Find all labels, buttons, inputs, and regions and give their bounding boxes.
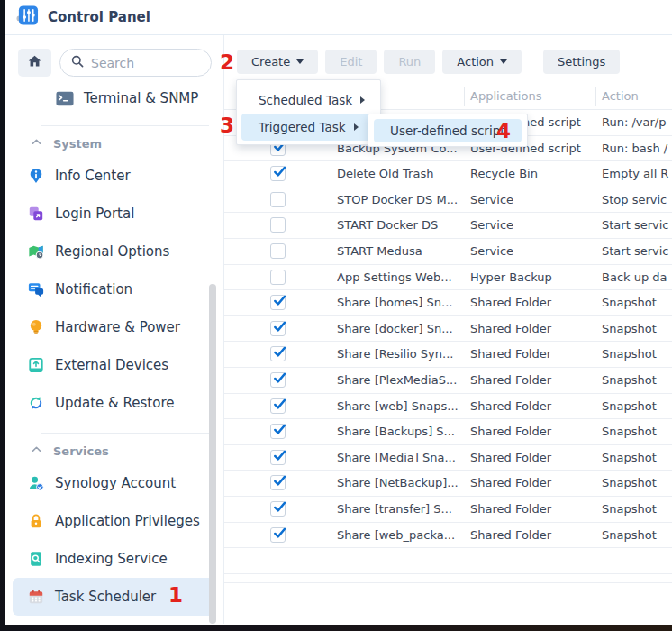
step-annotation-2: 2 bbox=[220, 52, 234, 73]
action-button[interactable]: Action bbox=[442, 50, 522, 74]
sidebar-item-hardware-power[interactable]: Hardware & Power bbox=[5, 308, 223, 346]
task-name-cell: Share [PlexMediaS... bbox=[337, 373, 465, 387]
sidebar-item-update-restore[interactable]: Update & Restore bbox=[5, 384, 223, 422]
sidebar-scrollbar[interactable] bbox=[209, 284, 216, 624]
row-checkbox[interactable] bbox=[270, 398, 286, 414]
login-portal-icon bbox=[27, 206, 45, 222]
row-checkbox[interactable] bbox=[270, 270, 286, 285]
table-row[interactable]: Share [Resilio Syn... Shared Folder Snap… bbox=[224, 342, 672, 368]
sidebar-item-label: Task Scheduler bbox=[55, 589, 156, 605]
table-row[interactable]: Share [PlexMediaS... Shared Folder Snaps… bbox=[224, 368, 672, 394]
row-checkbox[interactable] bbox=[270, 295, 286, 310]
row-checkbox[interactable] bbox=[270, 346, 286, 361]
application-cell: Service bbox=[470, 244, 595, 258]
table-row[interactable]: STOP Docker DS M... Service Stop servic bbox=[224, 187, 672, 214]
sidebar-item-terminal-snmp[interactable]: Terminal & SNMP bbox=[5, 82, 223, 114]
titlebar: Control Panel bbox=[5, 0, 672, 35]
action-cell: Snapshot bbox=[602, 476, 672, 489]
row-checkbox[interactable] bbox=[270, 475, 286, 490]
settings-button[interactable]: Settings bbox=[543, 50, 620, 74]
sidebar-item-label: Login Portal bbox=[55, 206, 134, 222]
sidebar-item-label: Indexing Service bbox=[55, 551, 168, 567]
table-row[interactable]: Share [Backups] S... Shared Folder Snaps… bbox=[224, 419, 672, 445]
step-annotation-3: 3 bbox=[220, 115, 234, 136]
row-checkbox[interactable] bbox=[270, 321, 286, 336]
sidebar-item-synology-account[interactable]: Synology Account bbox=[5, 464, 223, 502]
home-button[interactable] bbox=[18, 49, 51, 77]
action-cell: Empty all R bbox=[602, 167, 672, 180]
window-title: Control Panel bbox=[48, 9, 150, 25]
sidebar-item-regional-options[interactable]: Regional Options bbox=[5, 233, 223, 270]
sidebar-item-label: Info Center bbox=[55, 168, 131, 184]
edit-button[interactable]: Edit bbox=[325, 50, 377, 74]
table-row[interactable]: Delete Old Trash Recycle Bin Empty all R bbox=[224, 161, 672, 187]
search-box[interactable] bbox=[59, 49, 212, 77]
action-cell: Snapshot bbox=[602, 373, 672, 387]
task-name-cell: Share [Resilio Syn... bbox=[337, 347, 465, 361]
create-button[interactable]: Create bbox=[237, 50, 318, 74]
task-name-cell: Share [Media] Sna... bbox=[337, 451, 465, 464]
application-cell: Shared Folder bbox=[470, 322, 595, 335]
table-row[interactable]: App Settings Web... Hyper Backup Back up… bbox=[224, 265, 672, 291]
task-name-cell: Delete Old Trash bbox=[337, 167, 465, 180]
row-checkbox[interactable] bbox=[270, 217, 286, 233]
sidebar-item-login-portal[interactable]: Login Portal bbox=[5, 195, 223, 233]
action-cell: Snapshot bbox=[602, 296, 672, 309]
action-cell: Snapshot bbox=[602, 451, 672, 464]
table-row[interactable]: Share [docker] Sn... Shared Folder Snaps… bbox=[224, 316, 672, 343]
caret-down-icon bbox=[296, 59, 304, 64]
task-name-cell: Share [web_packa... bbox=[337, 528, 465, 542]
task-name-cell: Share [transfer] S... bbox=[337, 502, 465, 516]
application-cell: Shared Folder bbox=[470, 373, 595, 387]
row-checkbox[interactable] bbox=[270, 501, 286, 517]
row-checkbox[interactable] bbox=[270, 243, 286, 259]
sidebar-section-header-services[interactable]: Services bbox=[5, 437, 223, 464]
task-name-cell: Share [NetBackup]... bbox=[337, 476, 465, 489]
menu-item-scheduled-task[interactable]: Scheduled Task bbox=[241, 87, 376, 114]
create-dropdown-menu: Scheduled Task Triggered Task bbox=[236, 79, 381, 145]
sidebar-item-label: Update & Restore bbox=[55, 395, 174, 411]
menu-item-triggered-task[interactable]: Triggered Task bbox=[241, 114, 376, 141]
sidebar-item-info-center[interactable]: Info Center bbox=[5, 157, 223, 195]
sidebar-item-application-privileges[interactable]: Application Privileges bbox=[5, 502, 223, 540]
sidebar-item-notification[interactable]: Notification bbox=[5, 270, 223, 308]
applications-column-header[interactable]: Applications bbox=[470, 89, 541, 103]
row-checkbox[interactable] bbox=[270, 424, 286, 439]
table-row[interactable]: Share [homes] Sn... Shared Folder Snapsh… bbox=[224, 290, 672, 316]
sidebar-item-label: Terminal & SNMP bbox=[84, 90, 198, 106]
step-annotation-4: 4 bbox=[496, 121, 511, 142]
task-name-cell: START Docker DS bbox=[337, 218, 465, 232]
application-cell: Shared Folder bbox=[470, 528, 595, 542]
action-cell: Snapshot bbox=[602, 399, 672, 413]
action-column-header[interactable]: Action bbox=[602, 89, 639, 103]
row-checkbox[interactable] bbox=[270, 192, 286, 207]
sidebar-item-external-devices[interactable]: External Devices bbox=[5, 346, 223, 384]
task-name-cell: App Settings Web... bbox=[337, 270, 465, 284]
column-divider bbox=[595, 87, 596, 106]
row-checkbox[interactable] bbox=[270, 166, 286, 181]
table-row[interactable]: START Docker DS Service Start servic bbox=[224, 213, 672, 239]
table-row[interactable]: Share [web_packa... Shared Folder Snapsh… bbox=[224, 523, 672, 549]
table-row[interactable]: Share [Media] Sna... Shared Folder Snaps… bbox=[224, 445, 672, 471]
table-row[interactable]: Share [NetBackup]... Shared Folder Snaps… bbox=[224, 471, 672, 497]
sidebar-item-indexing-service[interactable]: Indexing Service bbox=[5, 540, 223, 578]
table-row[interactable]: Share [transfer] S... Shared Folder Snap… bbox=[224, 497, 672, 523]
task-name-cell: Share [web] Snaps... bbox=[337, 399, 465, 413]
search-input[interactable] bbox=[91, 56, 181, 70]
row-checkbox[interactable] bbox=[270, 372, 286, 388]
run-button[interactable]: Run bbox=[384, 50, 435, 74]
chevron-up-icon bbox=[31, 444, 42, 458]
hardware-power-icon bbox=[27, 319, 45, 335]
table-row[interactable]: Share [web] Snaps... Shared Folder Snaps… bbox=[224, 394, 672, 420]
application-cell: Service bbox=[470, 193, 595, 206]
indexing-service-icon bbox=[27, 551, 45, 567]
row-checkbox[interactable] bbox=[270, 527, 286, 543]
sidebar-section-header-system[interactable]: System bbox=[5, 130, 223, 157]
action-cell: Snapshot bbox=[602, 502, 672, 516]
control-panel-app-icon bbox=[16, 5, 39, 31]
action-cell: Start servic bbox=[602, 218, 672, 232]
table-row[interactable]: START Medusa Service Start servic bbox=[224, 239, 672, 265]
row-checkbox[interactable] bbox=[270, 450, 286, 465]
sidebar-item-label: Regional Options bbox=[55, 243, 169, 260]
sidebar-item-task-scheduler[interactable]: Task Scheduler bbox=[13, 578, 214, 616]
